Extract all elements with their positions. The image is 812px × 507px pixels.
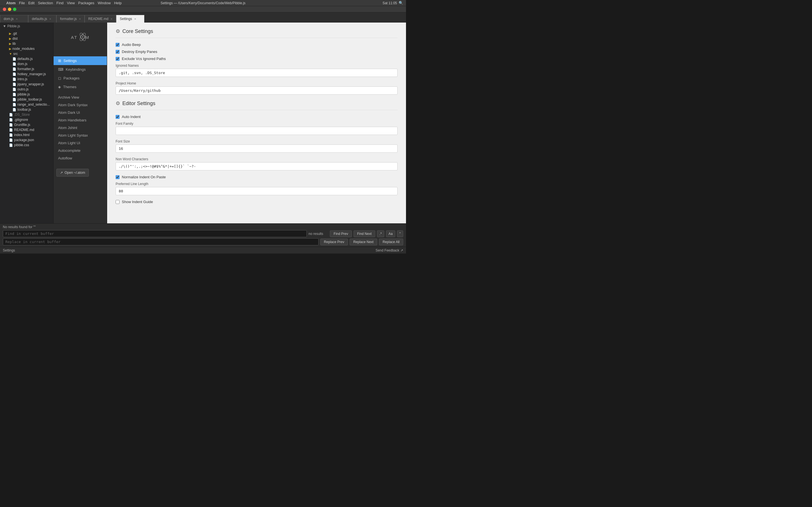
replace-all-button[interactable]: Replace All bbox=[379, 238, 403, 245]
tab-readme-md-close[interactable]: × bbox=[110, 17, 112, 20]
auto-indent-checkbox[interactable] bbox=[116, 115, 119, 119]
tree-item-dist-label: dist bbox=[12, 37, 18, 41]
find-prev-button[interactable]: Find Prev bbox=[330, 230, 352, 237]
tab-formatter-js[interactable]: formatter.js × bbox=[56, 15, 85, 22]
case-button[interactable]: Aa bbox=[386, 230, 395, 237]
nav-atom-light-syntax[interactable]: Atom Light Syntax bbox=[54, 131, 107, 139]
packages-menu[interactable]: Packages bbox=[78, 1, 94, 5]
view-menu[interactable]: View bbox=[67, 1, 75, 5]
tab-dom-js-close[interactable]: × bbox=[16, 17, 17, 20]
nav-themes[interactable]: ◈ Themes bbox=[54, 82, 107, 91]
auto-indent-label: Auto Indent bbox=[122, 115, 141, 119]
close-button[interactable] bbox=[3, 8, 6, 11]
nav-atom-light-ui[interactable]: Atom Light Ui bbox=[54, 139, 107, 147]
nav-atom-jshint[interactable]: Atom Jshint bbox=[54, 124, 107, 131]
tree-item-defaults-js[interactable]: 📄 defaults.js bbox=[0, 56, 53, 61]
tree-item-outro-js-label: outro.js bbox=[17, 87, 29, 91]
sidebar-root-label: Pibble.js bbox=[7, 24, 20, 28]
tab-readme-md[interactable]: README.md × bbox=[85, 15, 116, 22]
audio-beep-checkbox[interactable] bbox=[116, 43, 119, 47]
editor-settings-header: ⚙ Editor Settings bbox=[116, 100, 398, 110]
themes-nav-icon: ◈ bbox=[58, 85, 61, 89]
nav-atom-dark-ui[interactable]: Atom Dark Ui bbox=[54, 109, 107, 116]
destroy-empty-panes-checkbox[interactable] bbox=[116, 50, 119, 54]
replace-prev-button[interactable]: Replace Prev bbox=[320, 238, 348, 245]
non-word-chars-input[interactable] bbox=[116, 162, 398, 170]
edit-menu[interactable]: Edit bbox=[28, 1, 35, 5]
tree-item-pibble-js[interactable]: 📄 pibble.js bbox=[0, 92, 53, 97]
font-family-input[interactable] bbox=[116, 127, 398, 135]
tree-item-jquery-wrapper[interactable]: 📄 jquery_wrapper.js bbox=[0, 82, 53, 87]
find-menu[interactable]: Find bbox=[56, 1, 63, 5]
tab-settings-close[interactable]: × bbox=[134, 17, 136, 20]
tab-settings[interactable]: Settings × bbox=[116, 15, 144, 22]
svg-text:M: M bbox=[85, 35, 89, 40]
tree-item-dist[interactable]: ▶ dist bbox=[0, 36, 53, 41]
maximize-button[interactable] bbox=[13, 8, 16, 11]
tree-item-dom-js[interactable]: 📄 dom.js bbox=[0, 61, 53, 66]
font-size-label: Font Size bbox=[116, 139, 398, 144]
tab-dom-js[interactable]: dom.js × bbox=[0, 15, 28, 22]
preferred-line-input[interactable] bbox=[116, 187, 398, 195]
find-next-button[interactable]: Find Next bbox=[354, 230, 375, 237]
tree-item-index-html[interactable]: 📄 index.html bbox=[0, 132, 53, 137]
exclude-vcs-checkbox[interactable] bbox=[116, 57, 119, 61]
nav-atom-handlebars[interactable]: Atom Handlebars bbox=[54, 116, 107, 124]
regex-button[interactable]: .* bbox=[377, 230, 384, 237]
tree-item-range-selection[interactable]: 📄 range_and_selectio... bbox=[0, 102, 53, 107]
tree-item-hotkey-manager[interactable]: 📄 hotkey_manager.js bbox=[0, 71, 53, 76]
window-menu[interactable]: Window bbox=[98, 1, 110, 5]
tree-item-toolbar-js-label: toolbar.js bbox=[17, 108, 31, 112]
tree-item-git[interactable]: ▶ .git bbox=[0, 31, 53, 36]
tree-item-node-modules[interactable]: ▶ node_modules bbox=[0, 46, 53, 51]
tab-formatter-js-close[interactable]: × bbox=[79, 17, 81, 20]
tree-item-gitignore[interactable]: 📄 .gitignore bbox=[0, 117, 53, 122]
ignored-names-input[interactable] bbox=[116, 69, 398, 77]
minimize-button[interactable] bbox=[8, 8, 11, 11]
sidebar-root[interactable]: ▼ Pibble.js bbox=[0, 22, 53, 30]
core-settings-title: Core Settings bbox=[122, 29, 153, 34]
atom-menu[interactable]: Atom bbox=[6, 1, 15, 5]
destroy-empty-panes-label: Destroy Empty Panes bbox=[122, 50, 157, 54]
tree-item-src[interactable]: ▼ src bbox=[0, 51, 53, 56]
nav-settings[interactable]: ⊞ Settings bbox=[54, 56, 107, 65]
settings-content: ⚙ Core Settings Audio Beep Destroy Empty… bbox=[107, 22, 406, 223]
nav-keybindings[interactable]: ⌨ Keybindings bbox=[54, 65, 107, 74]
nav-autocomplete[interactable]: Autocomplete bbox=[54, 147, 107, 154]
font-size-input[interactable] bbox=[116, 145, 398, 153]
normalize-indent-checkbox[interactable] bbox=[116, 175, 119, 179]
tree-item-readme[interactable]: 📄 README.md bbox=[0, 127, 53, 132]
open-atom-button[interactable]: ↗ Open ~/.atom bbox=[56, 169, 89, 177]
selection-menu[interactable]: Selection bbox=[38, 1, 53, 5]
show-indent-checkbox[interactable] bbox=[116, 200, 119, 204]
open-atom-icon: ↗ bbox=[60, 171, 63, 175]
tab-defaults-js[interactable]: defaults.js × bbox=[28, 15, 56, 22]
tree-item-gruntfile[interactable]: 📄 Gruntfile.js bbox=[0, 122, 53, 127]
replace-input[interactable] bbox=[3, 238, 319, 245]
project-home-input[interactable] bbox=[116, 87, 398, 95]
file-menu[interactable]: File bbox=[19, 1, 25, 5]
whole-word-button[interactable]: " bbox=[397, 230, 403, 237]
nav-autoflow[interactable]: Autoflow bbox=[54, 154, 107, 162]
tree-item-toolbar-js[interactable]: 📄 toolbar.js bbox=[0, 107, 53, 112]
tree-item-intro-js[interactable]: 📄 intro.js bbox=[0, 76, 53, 82]
status-bar: Settings Send Feedback ↗ bbox=[0, 247, 406, 253]
tab-defaults-js-close[interactable]: × bbox=[49, 17, 51, 20]
find-input[interactable] bbox=[3, 230, 307, 237]
tree-item-ds-store[interactable]: 📄 .DS_Store bbox=[0, 112, 53, 117]
send-feedback[interactable]: Send Feedback ↗ bbox=[375, 248, 403, 252]
tree-item-pibble-toolbar[interactable]: 📄 pibble_toolbar.js bbox=[0, 97, 53, 102]
tree-item-lib[interactable]: ▶ lib bbox=[0, 41, 53, 46]
tree-item-package-json[interactable]: 📄 package.json bbox=[0, 137, 53, 143]
nav-packages[interactable]: ◻ Packages bbox=[54, 74, 107, 82]
window-title: Settings — /Users/Kerry/Documents/Code/W… bbox=[160, 1, 245, 5]
help-menu[interactable]: Help bbox=[114, 1, 122, 5]
tree-item-pibble-css[interactable]: 📄 pibble.css bbox=[0, 143, 53, 148]
nav-archive-view[interactable]: Archive View bbox=[54, 94, 107, 101]
exclude-vcs-row: Exclude Vcs Ignored Paths bbox=[116, 57, 398, 61]
tree-item-outro-js[interactable]: 📄 outro.js bbox=[0, 87, 53, 92]
search-icon[interactable]: 🔍 bbox=[399, 1, 403, 5]
tree-item-formatter-js[interactable]: 📄 formatter.js bbox=[0, 66, 53, 71]
nav-atom-dark-syntax[interactable]: Atom Dark Syntax bbox=[54, 101, 107, 109]
replace-next-button[interactable]: Replace Next bbox=[350, 238, 377, 245]
